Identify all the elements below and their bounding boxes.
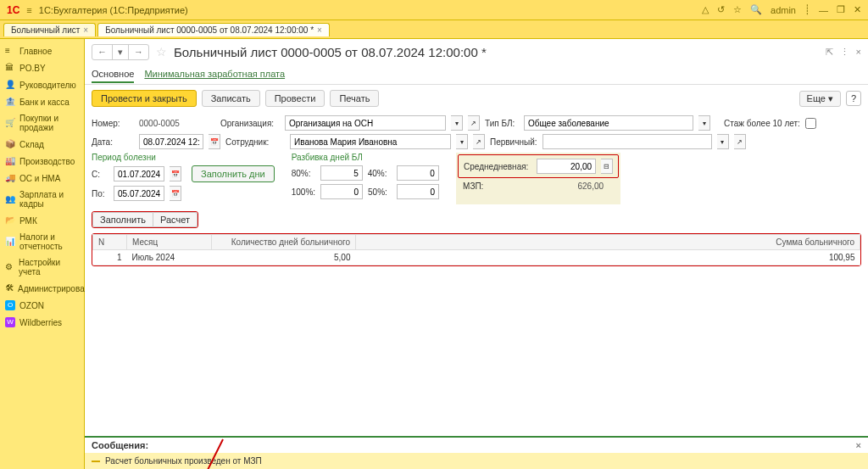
messages-close-icon[interactable]: × [856, 440, 861, 450]
sidebar-item-label: Производство [19, 157, 75, 166]
sidebar-item-poby[interactable]: 🏛PO.BY [0, 59, 84, 76]
write-button[interactable]: Записать [202, 90, 260, 107]
mzp-value: 626,00 [536, 181, 604, 191]
sidebar-item-taxes[interactable]: 📊Налоги и отчетность [0, 229, 84, 254]
fill-button[interactable]: Заполнить [92, 212, 153, 227]
sidebar-item-ozon[interactable]: OOZON [0, 297, 84, 314]
box-icon: 📦 [5, 139, 15, 149]
period-to-calendar-button[interactable]: 📅 [170, 186, 181, 201]
sidebar-item-label: Склад [19, 140, 44, 149]
svg-line-0 [203, 439, 223, 469]
period-from-input[interactable] [114, 166, 164, 181]
cell-days: 5,00 [212, 250, 356, 265]
sidebar-item-settings[interactable]: ⚙Настройки учета [0, 254, 84, 280]
bell-icon[interactable]: △ [702, 4, 709, 15]
sidebar-item-warehouse[interactable]: 📦Склад [0, 136, 84, 153]
subtab-main[interactable]: Основное [92, 66, 134, 83]
employee-dropdown-button[interactable]: ▾ [456, 134, 468, 149]
sidebar-item-manager[interactable]: 👤Руководителю [0, 76, 84, 93]
cart-icon: 🛒 [5, 118, 15, 128]
employee-input[interactable] [290, 134, 451, 149]
sidebar-item-bank[interactable]: 🏦Банк и касса [0, 93, 84, 110]
date-input[interactable] [139, 134, 203, 149]
type-dropdown-button[interactable]: ▾ [698, 115, 710, 131]
sidebar-item-rmk[interactable]: 📂РМК [0, 212, 84, 229]
nav-dropdown-button[interactable]: ▾ [113, 45, 129, 59]
link-icon[interactable]: ⇱ [826, 47, 833, 58]
user-label[interactable]: admin [771, 5, 796, 15]
navigation-sidebar: ≡Главное 🏛PO.BY 👤Руководителю 🏦Банк и ка… [0, 39, 85, 469]
organization-input[interactable] [285, 115, 446, 131]
nav-back-button[interactable]: ← [92, 45, 113, 59]
employee-open-button[interactable]: ↗ [473, 134, 485, 149]
annotation-arrow-icon [199, 438, 225, 469]
p40-input[interactable] [397, 165, 439, 181]
sidebar-item-assets[interactable]: 🚚ОС и НМА [0, 170, 84, 187]
period-to-input[interactable] [114, 186, 164, 201]
primary-input[interactable] [542, 134, 712, 149]
period-from-calendar-button[interactable]: 📅 [170, 166, 181, 181]
p80-input[interactable] [320, 165, 363, 181]
main-menu-icon[interactable]: ≡ [26, 5, 31, 15]
primary-open-button[interactable]: ↗ [734, 134, 746, 149]
avg-daily-calc-button[interactable]: ⊟ [601, 159, 613, 174]
col-n[interactable]: N [93, 235, 127, 250]
date-calendar-button[interactable]: 📅 [209, 134, 220, 149]
sidebar-item-hr[interactable]: 👥Зарплата и кадры [0, 187, 84, 212]
manager-icon: 👤 [5, 80, 15, 90]
star-icon[interactable]: ☆ [733, 4, 742, 15]
maximize-icon[interactable]: ❐ [837, 4, 845, 15]
calc-button[interactable]: Расчет [153, 212, 198, 227]
more-icon[interactable]: ⋮ [840, 47, 849, 58]
table-row[interactable]: 1 Июль 2024 5,00 100,95 [93, 250, 860, 265]
close-icon[interactable]: ✕ [854, 4, 861, 15]
sidebar-item-sales[interactable]: 🛒Покупки и продажи [0, 110, 84, 136]
sidebar-item-wb[interactable]: WWildberries [0, 314, 84, 331]
sidebar-item-label: РМК [19, 216, 37, 226]
p50-input[interactable] [397, 184, 439, 199]
over10-label: Стаж более 10 лет: [724, 119, 800, 128]
col-sum[interactable]: Сумма больничного [356, 235, 860, 250]
favorite-star-icon[interactable]: ☆ [156, 45, 167, 59]
mzp-label: МЗП: [463, 181, 531, 191]
search-icon[interactable]: 🔍 [750, 4, 762, 15]
tab-sick-leave-list[interactable]: Больничный лист × [3, 23, 96, 36]
primary-dropdown-button[interactable]: ▾ [717, 134, 729, 149]
employee-label: Сотрудник: [225, 137, 285, 147]
fill-days-button[interactable]: Заполнить дни [192, 165, 275, 182]
nav-forward-button[interactable]: → [129, 45, 148, 59]
col-days[interactable]: Количество дней больничного [212, 235, 356, 250]
type-input[interactable] [524, 115, 693, 131]
sidebar-item-production[interactable]: 🏭Производство [0, 153, 84, 170]
subtab-min-wage[interactable]: Минимальная заработная плата [144, 66, 285, 82]
col-month[interactable]: Месяц [127, 235, 212, 250]
post-and-close-button[interactable]: Провести и закрыть [92, 90, 197, 107]
close-page-icon[interactable]: × [856, 47, 861, 58]
organization-dropdown-button[interactable]: ▾ [451, 115, 463, 131]
tab-close-icon[interactable]: × [317, 25, 322, 35]
over10-checkbox[interactable] [805, 118, 816, 129]
sidebar-item-main[interactable]: ≡Главное [0, 42, 84, 59]
sidebar-item-label: Банк и касса [19, 98, 70, 107]
sidebar-item-label: Настройки учета [19, 258, 79, 276]
post-button[interactable]: Провести [265, 90, 326, 107]
avg-daily-input[interactable] [537, 159, 596, 174]
organization-open-button[interactable]: ↗ [468, 115, 480, 131]
period-to-label: По: [92, 189, 108, 198]
avg-daily-label: Среднедневная: [464, 162, 531, 171]
sidebar-item-admin[interactable]: 🛠Администрирование [0, 280, 84, 297]
tab-sick-leave-doc[interactable]: Больничный лист 0000-0005 от 08.07.2024 … [97, 23, 330, 36]
history-icon[interactable]: ↺ [717, 4, 725, 15]
minimize-icon[interactable]: — [819, 5, 828, 15]
wb-icon: W [5, 317, 15, 327]
poby-icon: 🏛 [5, 63, 15, 73]
more-button[interactable]: Еще ▾ [799, 91, 841, 107]
app-topbar: 1С ≡ 1С:Бухгалтерия (1С:Предприятие) △ ↺… [0, 0, 868, 20]
tab-close-icon[interactable]: × [83, 25, 88, 35]
help-button[interactable]: ? [846, 91, 861, 106]
sidebar-item-label: Налоги и отчетность [19, 232, 79, 251]
print-button[interactable]: Печать [330, 90, 379, 107]
page-title: Больничный лист 0000-0005 от 08.07.2024 … [174, 45, 819, 59]
document-tabbar: Больничный лист × Больничный лист 0000-0… [0, 20, 868, 39]
p100-input[interactable] [320, 184, 363, 199]
